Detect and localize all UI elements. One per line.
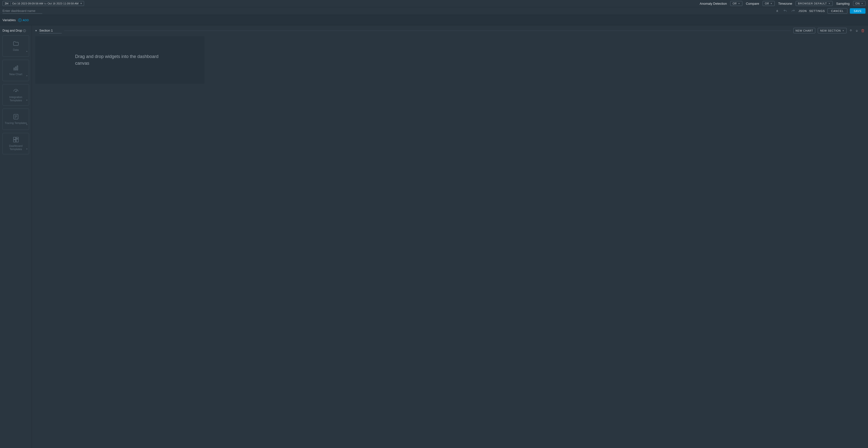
svg-rect-11: [16, 139, 19, 142]
new-section-button[interactable]: NEW SECTION ▼: [818, 28, 847, 33]
dashboard-name-input[interactable]: [2, 8, 42, 14]
widget-tile-label: Integration Templates: [3, 96, 29, 102]
json-button[interactable]: JSON: [798, 9, 807, 12]
section-collapse-toggle[interactable]: ▾: [35, 29, 37, 32]
widget-tile-tracing-templates[interactable]: Tracing Templates ▾: [2, 109, 29, 130]
widget-tile-label: Dashboard Templates: [3, 144, 29, 151]
widget-tile-label: New Chart: [8, 73, 23, 76]
widget-tile-integration-templates[interactable]: Integration Templates ▾: [2, 84, 29, 106]
chevron-down-icon: ▼: [842, 30, 844, 32]
anomaly-detection-label: Anomaly Detection: [700, 2, 727, 5]
sidebar-title: Drag and Drop i: [2, 29, 29, 32]
top-bar-right: Anomaly Detection Off ▼ Compare Off ▼ Ti…: [700, 1, 866, 6]
name-bar: JSON SETTINGS CANCEL SAVE: [0, 7, 868, 15]
move-section-down-button[interactable]: [855, 29, 859, 32]
chevron-down-icon: ▾: [26, 123, 27, 126]
save-button[interactable]: SAVE: [850, 8, 866, 14]
chevron-down-icon: ▼: [738, 2, 740, 5]
add-variable-label: ADD: [23, 19, 29, 22]
variables-label: Variables: [2, 18, 16, 22]
canvas-drop-zone[interactable]: Drag and drop widgets into the dashboard…: [35, 36, 205, 84]
compare-toggle[interactable]: Off ▼: [763, 1, 774, 6]
svg-rect-0: [14, 68, 14, 70]
folder-icon: [12, 40, 20, 47]
move-section-up-button[interactable]: [849, 29, 852, 32]
collapse-panel-button[interactable]: [774, 8, 780, 14]
variables-bar: Variables + ADD: [0, 15, 868, 25]
anomaly-detection-value: Off: [733, 2, 737, 5]
name-bar-right: JSON SETTINGS CANCEL SAVE: [774, 8, 866, 14]
timezone-label: Timezone: [778, 2, 793, 5]
top-bar: 2H Oct 16 2023 09:09:58 AM to Oct 16 202…: [0, 0, 868, 7]
chevron-down-icon: ▼: [770, 2, 772, 5]
delete-section-button[interactable]: [861, 29, 865, 32]
settings-button[interactable]: SETTINGS: [809, 9, 825, 12]
bar-chart-icon: [12, 65, 20, 71]
sampling-value: ON: [855, 2, 860, 5]
time-range-dates: Oct 16 2023 09:09:58 AM to Oct 16 2023 1…: [11, 2, 84, 5]
svg-rect-12: [13, 140, 16, 142]
compare-label: Compare: [746, 2, 759, 5]
cancel-button[interactable]: CANCEL: [828, 8, 847, 14]
chevron-down-icon: ▾: [26, 50, 27, 53]
time-range-end: Oct 16 2023 11:09:58 AM: [48, 2, 79, 5]
info-icon[interactable]: i: [23, 29, 26, 32]
dashboard-grid-icon: [12, 137, 20, 143]
gauge-icon: [12, 88, 20, 94]
chevron-down-icon: ▾: [26, 99, 27, 101]
plus-icon: +: [18, 19, 22, 22]
time-range-picker[interactable]: 2H Oct 16 2023 09:09:58 AM to Oct 16 202…: [2, 1, 84, 6]
section-name-input[interactable]: [39, 28, 62, 33]
timezone-value: BROWSER DEFAULT: [798, 2, 827, 5]
redo-button[interactable]: [790, 8, 796, 14]
canvas-area: ▾ NEW CHART NEW SECTION ▼: [32, 25, 868, 448]
chevron-down-icon: ▼: [861, 2, 863, 5]
sidebar-title-text: Drag and Drop: [2, 29, 22, 32]
widget-tile-label: Tracing Templates: [4, 121, 28, 125]
svg-rect-1: [15, 67, 16, 70]
new-section-label: NEW SECTION: [820, 29, 841, 32]
compare-value: Off: [765, 2, 769, 5]
section-divider: [64, 31, 791, 31]
time-range-to: to: [44, 2, 46, 5]
section-header: ▾ NEW CHART NEW SECTION ▼: [35, 28, 865, 33]
undo-button[interactable]: [782, 8, 788, 14]
new-chart-button[interactable]: NEW CHART: [794, 28, 815, 33]
time-range-duration: 2H: [3, 2, 11, 5]
widget-tile-data[interactable]: Data ▾: [2, 35, 29, 57]
sampling-label: Sampling: [836, 2, 849, 5]
main-area: Drag and Drop i Data ▾ New Chart ▾ Integ…: [0, 25, 868, 448]
add-variable-button[interactable]: + ADD: [18, 19, 29, 22]
widget-tile-new-chart[interactable]: New Chart ▾: [2, 60, 29, 81]
anomaly-detection-toggle[interactable]: Off ▼: [730, 1, 742, 6]
widget-sidebar: Drag and Drop i Data ▾ New Chart ▾ Integ…: [0, 25, 32, 448]
svg-rect-10: [16, 137, 19, 139]
widget-tile-label: Data: [12, 48, 20, 52]
sampling-toggle[interactable]: ON ▼: [853, 1, 866, 6]
new-chart-label: NEW CHART: [796, 29, 813, 32]
svg-rect-9: [13, 137, 16, 139]
svg-rect-2: [17, 66, 18, 70]
chevron-down-icon: ▼: [80, 2, 82, 5]
drop-zone-placeholder: Drag and drop widgets into the dashboard…: [75, 53, 165, 67]
timezone-select[interactable]: BROWSER DEFAULT ▼: [796, 1, 833, 6]
chevron-down-icon: ▾: [26, 148, 27, 150]
document-lines-icon: [12, 114, 20, 120]
section-actions: NEW CHART NEW SECTION ▼: [794, 28, 865, 33]
chevron-down-icon: ▼: [828, 2, 830, 5]
chevron-down-icon: ▾: [26, 75, 27, 77]
time-range-start: Oct 16 2023 09:09:58 AM: [12, 2, 43, 5]
widget-tile-dashboard-templates[interactable]: Dashboard Templates ▾: [2, 133, 29, 154]
